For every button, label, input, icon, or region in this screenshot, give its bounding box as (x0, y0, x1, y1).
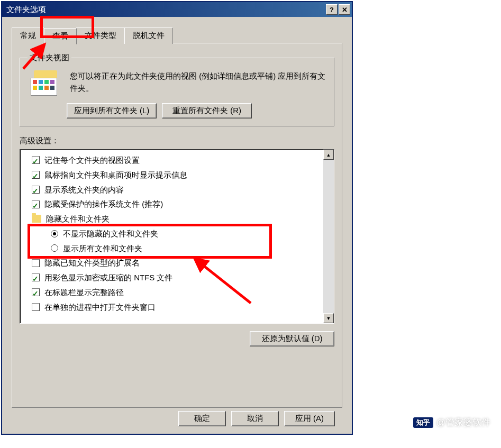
window-title: 文件夹选项 (6, 5, 46, 15)
tab-general[interactable]: 常规 (12, 28, 44, 44)
cancel-button[interactable]: 取消 (231, 411, 279, 426)
list-item-label: 在标题栏显示完整路径 (44, 285, 124, 300)
list-item[interactable]: 不显示隐藏的文件和文件夹 (22, 226, 321, 241)
list-item[interactable]: 鼠标指向文件夹和桌面项时显示提示信息 (22, 168, 321, 182)
checkbox-icon[interactable] (32, 171, 40, 179)
folder-options-dialog: 文件夹选项 ? ✕ 常规 查看 文件类型 脱机文件 文件夹视图 (1, 1, 353, 435)
help-button[interactable]: ? (326, 4, 338, 15)
list-item-label: 记住每个文件夹的视图设置 (44, 153, 140, 168)
list-item[interactable]: 显示所有文件和文件夹 (22, 241, 321, 256)
radio-icon[interactable] (51, 244, 58, 252)
list-item-label: 显示所有文件和文件夹 (63, 241, 142, 256)
tab-panel-view: 文件夹视图 您可以将正在为此文件夹使用的视图 (例如详细信息或平铺) 应用到所有… (12, 43, 342, 408)
watermark: 知乎 @管家婆软件 (413, 416, 490, 428)
list-item-label: 不显示隐藏的文件和文件夹 (63, 226, 158, 241)
list-item-label: 显示系统文件夹的内容 (44, 182, 124, 197)
folder-icon (32, 215, 41, 223)
checkbox-icon[interactable] (32, 186, 40, 194)
titlebar: 文件夹选项 ? ✕ (2, 2, 352, 17)
list-item[interactable]: 在标题栏显示完整路径 (22, 285, 321, 300)
folder-view-legend: 文件夹视图 (28, 53, 71, 63)
list-item[interactable]: 用彩色显示加密或压缩的 NTFS 文件 (22, 270, 321, 285)
checkbox-icon[interactable] (32, 200, 40, 208)
scrollbar[interactable]: ▲ ▼ (323, 150, 334, 323)
folder-view-description: 您可以将正在为此文件夹使用的视图 (例如详细信息或平铺) 应用到所有文件夹。 (70, 70, 326, 94)
scroll-up-button[interactable]: ▲ (323, 150, 334, 160)
tab-strip: 常规 查看 文件类型 脱机文件 (12, 28, 342, 44)
list-item-label: 隐藏已知文件类型的扩展名 (44, 255, 140, 270)
list-item-label: 在单独的进程中打开文件夹窗口 (44, 300, 156, 315)
watermark-author: @管家婆软件 (436, 416, 490, 428)
checkbox-icon[interactable] (32, 273, 40, 281)
list-item[interactable]: 在单独的进程中打开文件夹窗口 (22, 300, 321, 315)
titlebar-buttons: ? ✕ (326, 4, 350, 15)
tab-offline[interactable]: 脱机文件 (124, 28, 173, 44)
dialog-content: 常规 查看 文件类型 脱机文件 文件夹视图 您可以将正在为此文件 (2, 17, 352, 434)
list-inner: 记住每个文件夹的视图设置鼠标指向文件夹和桌面项时显示提示信息显示系统文件夹的内容… (20, 150, 323, 323)
reset-all-folders-button[interactable]: 重置所有文件夹 (R) (162, 103, 252, 118)
list-item-label: 隐藏受保护的操作系统文件 (推荐) (44, 197, 163, 212)
radio-icon[interactable] (51, 230, 58, 237)
list-item[interactable]: 隐藏已知文件类型的扩展名 (22, 255, 321, 270)
scroll-down-button[interactable]: ▼ (323, 313, 334, 323)
folder-view-group: 文件夹视图 您可以将正在为此文件夹使用的视图 (例如详细信息或平铺) 应用到所有… (20, 53, 334, 126)
apply-button[interactable]: 应用 (A) (284, 411, 335, 426)
checkbox-icon[interactable] (32, 156, 40, 164)
checkbox-icon[interactable] (32, 288, 40, 296)
tab-filetypes[interactable]: 文件类型 (76, 28, 125, 44)
list-item[interactable]: 记住每个文件夹的视图设置 (22, 153, 321, 168)
list-item[interactable]: 显示系统文件夹的内容 (22, 182, 321, 197)
ok-button[interactable]: 确定 (178, 411, 226, 426)
apply-to-all-folders-button[interactable]: 应用到所有文件夹 (L) (67, 103, 157, 118)
checkbox-icon[interactable] (32, 303, 40, 311)
list-item[interactable]: 隐藏受保护的操作系统文件 (推荐) (22, 197, 321, 212)
list-item-label: 隐藏文件和文件夹 (46, 212, 110, 226)
list-item-label: 用彩色显示加密或压缩的 NTFS 文件 (44, 270, 173, 285)
folder-preview-icon (31, 70, 61, 97)
tab-view[interactable]: 查看 (44, 28, 77, 44)
restore-defaults-button[interactable]: 还原为默认值 (D) (250, 331, 334, 346)
zhihu-logo-icon: 知乎 (413, 417, 433, 428)
advanced-settings-listbox[interactable]: 记住每个文件夹的视图设置鼠标指向文件夹和桌面项时显示提示信息显示系统文件夹的内容… (20, 149, 334, 324)
list-item-label: 鼠标指向文件夹和桌面项时显示提示信息 (44, 168, 187, 182)
checkbox-icon[interactable] (32, 259, 40, 267)
close-button[interactable]: ✕ (339, 4, 350, 15)
dialog-button-row: 确定 取消 应用 (A) (12, 411, 342, 426)
list-item[interactable]: 隐藏文件和文件夹 (22, 212, 321, 226)
advanced-settings-label: 高级设置： (20, 136, 334, 146)
